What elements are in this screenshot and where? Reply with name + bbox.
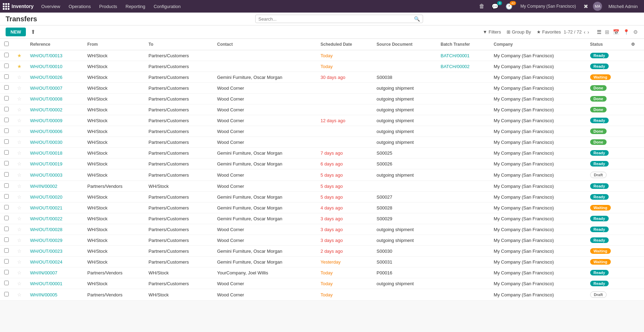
avatar[interactable]: MA (593, 2, 602, 11)
nav-overview[interactable]: Overview (38, 2, 64, 10)
row-star[interactable]: ☆ (13, 246, 26, 257)
row-checkbox[interactable] (4, 118, 9, 122)
row-reference[interactable]: WH/OUT/00028 (26, 224, 83, 235)
table-row[interactable]: ★ WH/OUT/00010 WH/Stock Partners/Custome… (0, 61, 644, 72)
table-row[interactable]: ☆ WH/OUT/00003 WH/Stock Partners/Custome… (0, 169, 644, 181)
calendar-view-icon[interactable]: 📅 (612, 28, 620, 36)
company-name[interactable]: My Company (San Francisco) (517, 4, 579, 9)
prev-page-btn[interactable]: ‹ (584, 29, 586, 35)
row-star[interactable]: ☆ (13, 72, 26, 83)
next-page-btn[interactable]: › (587, 29, 589, 35)
row-reference[interactable]: WH/OUT/00003 (26, 169, 83, 181)
table-row[interactable]: ☆ WH/OUT/00019 WH/Stock Partners/Custome… (0, 158, 644, 169)
row-checkbox[interactable] (4, 194, 9, 199)
row-batch[interactable]: BATCH/00002 (436, 61, 489, 72)
row-reference[interactable]: WH/OUT/00024 (26, 257, 83, 267)
table-row[interactable]: ☆ WH/IN/00007 Partners/Vendors WH/Stock … (0, 267, 644, 278)
table-row[interactable]: ☆ WH/OUT/00024 WH/Stock Partners/Custome… (0, 257, 644, 267)
select-all-checkbox[interactable] (4, 42, 9, 46)
group-by-button[interactable]: ⊞ Group By (507, 29, 531, 35)
nav-operations[interactable]: Operations (65, 2, 94, 10)
row-star[interactable]: ☆ (13, 278, 26, 289)
row-star[interactable]: ☆ (13, 94, 26, 104)
row-reference[interactable]: WH/OUT/00029 (26, 235, 83, 246)
row-reference[interactable]: WH/OUT/00002 (26, 104, 83, 115)
row-checkbox[interactable] (4, 172, 9, 177)
user-name[interactable]: Mitchell Admin (605, 2, 641, 10)
table-row[interactable]: ☆ WH/OUT/00029 WH/Stock Partners/Custome… (0, 235, 644, 246)
row-checkbox[interactable] (4, 74, 9, 79)
nav-configuration[interactable]: Configuration (150, 2, 184, 10)
header-contact[interactable]: Contact (213, 39, 316, 50)
row-reference[interactable]: WH/OUT/00007 (26, 83, 83, 94)
row-checkbox[interactable] (4, 270, 9, 274)
row-checkbox[interactable] (4, 128, 9, 133)
row-checkbox[interactable] (4, 227, 9, 231)
list-view-icon[interactable]: ☰ (596, 28, 602, 36)
row-reference[interactable]: WH/IN/00002 (26, 181, 83, 192)
row-checkbox[interactable] (4, 205, 9, 209)
row-star[interactable]: ☆ (13, 137, 26, 148)
header-scheduled-date[interactable]: Scheduled Date (316, 39, 372, 50)
row-checkbox[interactable] (4, 107, 9, 111)
row-star[interactable]: ★ (13, 61, 26, 72)
row-checkbox[interactable] (4, 96, 9, 101)
row-reference[interactable]: WH/OUT/00013 (26, 50, 83, 61)
row-reference[interactable]: WH/OUT/00001 (26, 278, 83, 289)
new-button[interactable]: NEW (6, 28, 26, 36)
activity-icon-btn[interactable]: 🕐 42 (503, 2, 515, 10)
row-reference[interactable]: WH/OUT/00018 (26, 148, 83, 158)
header-source-document[interactable]: Source Document (372, 39, 436, 50)
row-reference[interactable]: WH/OUT/00010 (26, 61, 83, 72)
upload-button[interactable]: ⬆ (29, 28, 37, 36)
header-company[interactable]: Company (489, 39, 586, 50)
row-checkbox[interactable] (4, 259, 9, 264)
table-row[interactable]: ☆ WH/OUT/00002 WH/Stock Partners/Custome… (0, 104, 644, 115)
table-row[interactable]: ☆ WH/OUT/00007 WH/Stock Partners/Custome… (0, 83, 644, 94)
row-batch[interactable]: BATCH/00001 (436, 50, 489, 61)
row-star[interactable]: ☆ (13, 148, 26, 158)
row-star[interactable]: ☆ (13, 158, 26, 169)
row-star[interactable]: ☆ (13, 224, 26, 235)
row-reference[interactable]: WH/OUT/00023 (26, 246, 83, 257)
table-row[interactable]: ☆ WH/OUT/00001 WH/Stock Partners/Custome… (0, 278, 644, 289)
table-row[interactable]: ☆ WH/OUT/00028 WH/Stock Partners/Custome… (0, 224, 644, 235)
settings-col-icon[interactable]: ⚙ (632, 28, 638, 36)
table-row[interactable]: ☆ WH/OUT/00008 WH/Stock Partners/Custome… (0, 94, 644, 104)
table-row[interactable]: ☆ WH/OUT/00021 WH/Stock Partners/Custome… (0, 202, 644, 213)
header-reference[interactable]: Reference (26, 39, 83, 50)
row-checkbox[interactable] (4, 281, 9, 285)
row-star[interactable]: ☆ (13, 115, 26, 126)
row-checkbox[interactable] (4, 53, 9, 57)
table-row[interactable]: ☆ WH/OUT/00022 WH/Stock Partners/Custome… (0, 213, 644, 224)
row-reference[interactable]: WH/OUT/00020 (26, 192, 83, 202)
row-reference[interactable]: WH/OUT/00019 (26, 158, 83, 169)
table-row[interactable]: ☆ WH/OUT/00026 WH/Stock Partners/Custome… (0, 72, 644, 83)
table-row[interactable]: ☆ WH/OUT/00030 WH/Stock Partners/Custome… (0, 137, 644, 148)
row-reference[interactable]: WH/OUT/00009 (26, 115, 83, 126)
table-row[interactable]: ☆ WH/IN/00002 Partners/Vendors WH/Stock … (0, 181, 644, 192)
row-reference[interactable]: WH/OUT/00022 (26, 213, 83, 224)
row-reference[interactable]: WH/OUT/00021 (26, 202, 83, 213)
row-checkbox[interactable] (4, 161, 9, 165)
row-star[interactable]: ☆ (13, 235, 26, 246)
search-input[interactable] (258, 16, 414, 22)
row-star[interactable]: ☆ (13, 202, 26, 213)
header-status[interactable]: Status (586, 39, 627, 50)
row-reference[interactable]: WH/OUT/00026 (26, 72, 83, 83)
table-row[interactable]: ☆ WH/OUT/00020 WH/Stock Partners/Custome… (0, 192, 644, 202)
row-checkbox[interactable] (4, 183, 9, 188)
row-checkbox[interactable] (4, 237, 9, 242)
chat-icon-btn[interactable]: 💬 8 (489, 2, 501, 10)
row-reference[interactable]: WH/OUT/00006 (26, 126, 83, 137)
row-checkbox[interactable] (4, 85, 9, 90)
map-view-icon[interactable]: 📍 (622, 28, 630, 36)
row-reference[interactable]: WH/OUT/00030 (26, 137, 83, 148)
row-checkbox[interactable] (4, 139, 9, 144)
header-batch-transfer[interactable]: Batch Transfer (436, 39, 489, 50)
row-reference[interactable]: WH/IN/00007 (26, 267, 83, 278)
row-star[interactable]: ☆ (13, 289, 26, 301)
row-star[interactable]: ☆ (13, 126, 26, 137)
row-checkbox[interactable] (4, 216, 9, 220)
row-checkbox[interactable] (4, 248, 9, 253)
